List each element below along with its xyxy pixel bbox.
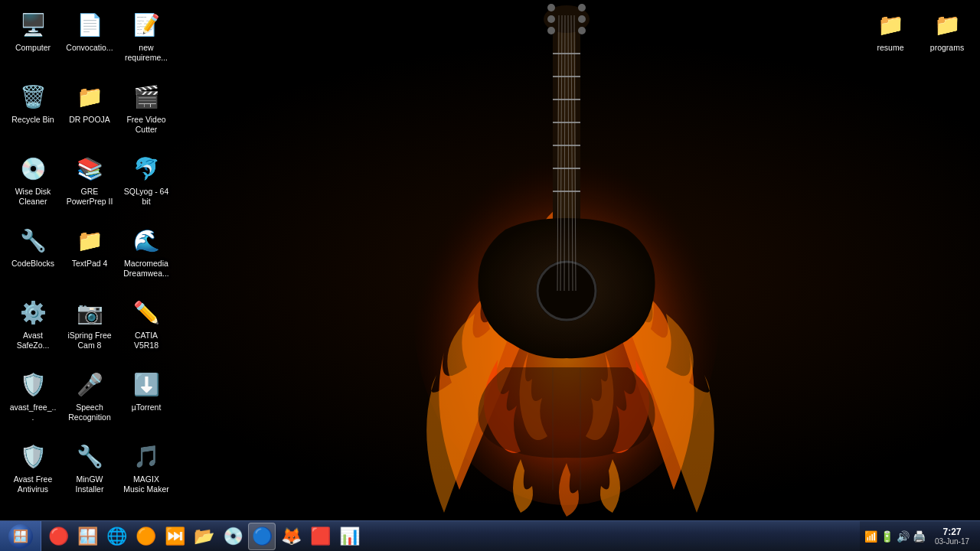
icon-label: resume	[877, 43, 903, 53]
icon-image: 📄	[74, 9, 105, 40]
desktop-icon-utorrent[interactable]: ⬇️ µTorrent	[119, 366, 173, 435]
taskbar-item-xampp[interactable]: 🟥	[306, 523, 334, 550]
icon-image: 📁	[875, 9, 906, 40]
icon-label: programs	[930, 43, 964, 53]
clock-date: 03-Jun-17	[935, 537, 969, 546]
icon-image: 🗑️	[18, 81, 48, 112]
desktop-icon-codeblocks[interactable]: 🔧 CodeBlocks	[6, 222, 60, 291]
icon-label: DR POOJA	[69, 115, 110, 125]
taskbar-item-vlc[interactable]: 🔴	[44, 523, 72, 550]
desktop-icon-ispring[interactable]: 📷 iSpring Free Cam 8	[63, 294, 116, 363]
system-tray: 📶 🔋 🔊 🖨️ 7:27 03-Jun-17	[860, 521, 980, 551]
desktop-icons-right: 📁 resume 📁 programs	[858, 0, 980, 81]
desktop-icon-wise-disk[interactable]: 💿 Wise Disk Cleaner	[6, 150, 60, 219]
icon-image: 🎤	[74, 369, 105, 399]
taskbar-item-firefox-alt[interactable]: 🌐	[103, 523, 130, 550]
tray-volume-icon[interactable]: 🔊	[897, 530, 910, 543]
icon-image: 📷	[74, 297, 105, 328]
desktop-icon-recycle-bin[interactable]: 🗑️ Recycle Bin	[6, 78, 60, 147]
icon-label: new requireme...	[122, 43, 170, 62]
taskbar-item-firefox[interactable]: 🦊	[277, 523, 305, 550]
icon-image: 🎵	[131, 441, 162, 471]
icon-image: 📁	[932, 9, 962, 40]
icon-image: ⚙️	[18, 297, 48, 328]
desktop-icon-sqlyog[interactable]: 🐬 SQLyog - 64 bit	[119, 150, 173, 219]
desktop-icon-catia[interactable]: ✏️ CATIA V5R18	[119, 294, 173, 363]
tray-printer-icon[interactable]: 🖨️	[913, 530, 926, 543]
clock[interactable]: 7:27 03-Jun-17	[929, 521, 975, 551]
desktop-icon-avast-antivirus[interactable]: 🛡️ Avast Free Antivirus	[6, 438, 60, 507]
icon-label: GRE PowerPrep II	[66, 187, 113, 206]
desktop-icon-free-video[interactable]: 🎬 Free Video Cutter	[119, 78, 173, 147]
desktop-icon-macromedia[interactable]: 🌊 Macromedia Dreamwea...	[119, 222, 173, 291]
icon-label: CATIA V5R18	[122, 331, 170, 350]
icon-image: 🛡️	[18, 441, 48, 471]
desktop-icon-resume[interactable]: 📁 resume	[864, 6, 917, 75]
taskbar: 🪟 🔴🪟🌐🟠⏭️📂💿🔵🦊🟥📊 📶 🔋 🔊 🖨️ 7:27 03-Jun-17	[0, 520, 980, 551]
icon-label: avast_free_...	[9, 403, 57, 422]
desktop-icon-gre[interactable]: 📚 GRE PowerPrep II	[63, 150, 116, 219]
start-button[interactable]: 🪟	[0, 521, 41, 552]
desktop-icons-left: 🖥️ Computer 📄 Convocatio... 📝 new requir…	[0, 0, 179, 513]
icon-label: TextPad 4	[72, 259, 108, 269]
icon-label: CodeBlocks	[11, 259, 54, 269]
icon-label: Free Video Cutter	[122, 115, 170, 134]
icon-label: Speech Recognition	[66, 403, 113, 422]
icon-label: iSpring Free Cam 8	[66, 331, 113, 350]
tray-battery-icon[interactable]: 🔋	[880, 530, 893, 543]
icon-label: Avast SafeZo...	[9, 331, 57, 350]
icon-label: MAGIX Music Maker	[122, 474, 170, 494]
clock-time: 7:27	[942, 527, 961, 537]
icon-image: 🔧	[74, 441, 105, 471]
taskbar-items: 🔴🪟🌐🟠⏭️📂💿🔵🦊🟥📊	[41, 523, 860, 550]
icon-image: 📝	[131, 9, 162, 40]
desktop-icon-magix[interactable]: 🎵 MAGIX Music Maker	[119, 438, 173, 507]
icon-image: 🐬	[131, 153, 162, 184]
icon-image: 🛡️	[18, 369, 48, 399]
taskbar-item-chrome[interactable]: 🔵	[248, 523, 276, 550]
icon-image: ✏️	[131, 297, 162, 328]
icon-label: Convocatio...	[66, 43, 113, 53]
desktop-icon-convocations[interactable]: 📄 Convocatio...	[63, 6, 116, 75]
icon-image: 📁	[74, 81, 105, 112]
desktop-icon-speech[interactable]: 🎤 Speech Recognition	[63, 366, 116, 435]
desktop-icon-programs[interactable]: 📁 programs	[920, 6, 974, 75]
icon-image: 📚	[74, 153, 105, 184]
taskbar-item-daemon[interactable]: 💿	[219, 523, 247, 550]
desktop-icon-computer[interactable]: 🖥️ Computer	[6, 6, 60, 75]
icon-label: Computer	[15, 43, 51, 53]
desktop-icon-avast-free[interactable]: 🛡️ avast_free_...	[6, 366, 60, 435]
start-orb: 🪟	[8, 524, 33, 549]
icon-label: Wise Disk Cleaner	[9, 187, 57, 206]
icon-label: µTorrent	[132, 403, 162, 412]
taskbar-item-media[interactable]: ⏭️	[161, 523, 188, 550]
icon-label: Macromedia Dreamwea...	[122, 259, 170, 278]
taskbar-item-filezilla[interactable]: 📂	[190, 523, 217, 550]
icon-label: Recycle Bin	[11, 115, 54, 125]
icon-image: 🎬	[131, 81, 162, 112]
tray-signal-icon[interactable]: 📶	[864, 530, 877, 543]
icon-image: 🖥️	[18, 9, 48, 40]
desktop: 🖥️ Computer 📄 Convocatio... 📝 new requir…	[0, 0, 980, 520]
taskbar-item-windows[interactable]: 🪟	[74, 523, 101, 550]
icon-image: 💿	[18, 153, 48, 184]
icon-label: SQLyog - 64 bit	[122, 187, 170, 206]
desktop-icon-dr-pooja[interactable]: 📁 DR POOJA	[63, 78, 116, 147]
icon-image: ⬇️	[131, 369, 162, 399]
taskbar-item-uc[interactable]: 🟠	[132, 523, 159, 550]
desktop-icon-textpad[interactable]: 📁 TextPad 4	[63, 222, 116, 291]
desktop-icon-avast-safezone[interactable]: ⚙️ Avast SafeZo...	[6, 294, 60, 363]
desktop-icon-new-req[interactable]: 📝 new requireme...	[119, 6, 173, 75]
icon-image: 🔧	[18, 225, 48, 256]
taskbar-item-greenshot[interactable]: 📊	[335, 523, 363, 550]
icon-label: Avast Free Antivirus	[9, 474, 57, 494]
icon-image: 📁	[74, 225, 105, 256]
icon-image: 🌊	[131, 225, 162, 256]
icon-label: MinGW Installer	[66, 474, 113, 494]
desktop-icon-mingw[interactable]: 🔧 MinGW Installer	[63, 438, 116, 507]
